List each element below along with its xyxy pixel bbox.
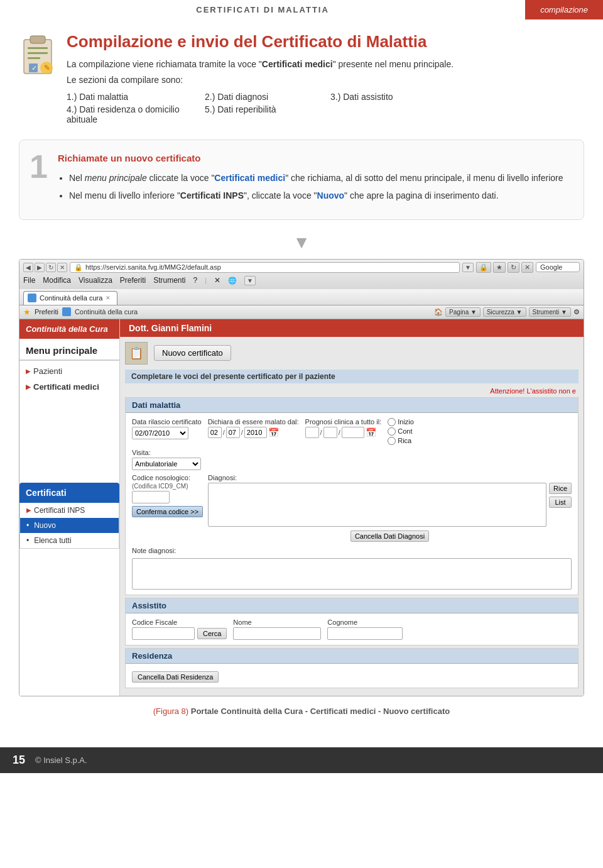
browser-icon-stop[interactable]: ✕ xyxy=(521,262,533,273)
back-button[interactable]: ◀ xyxy=(23,263,33,272)
step-box: 1 Richiamate un nuovo certificato Nel me… xyxy=(19,140,584,220)
refresh-button[interactable]: ↻ xyxy=(46,263,56,272)
pagina-btn[interactable]: Pagina ▼ xyxy=(445,307,481,317)
codice-nosologico-label: Codice nosologico: xyxy=(132,474,203,481)
visita-select[interactable]: Ambulatoriale xyxy=(132,458,201,470)
sicurezza-btn[interactable]: Sicurezza ▼ xyxy=(483,307,526,317)
diagnosi-area: Codice nosologico: (Codifica ICD9_CM) Co… xyxy=(132,474,572,542)
ricezione-btn-2[interactable]: List xyxy=(549,497,572,508)
prognosi-year[interactable] xyxy=(342,427,364,438)
forward-button[interactable]: ▶ xyxy=(35,263,45,272)
cancella-diagnosi-button[interactable]: Cancella Dati Diagnosi xyxy=(350,530,429,542)
arrow-down: ▼ xyxy=(19,233,584,253)
diagnosi-textarea[interactable] xyxy=(208,483,546,527)
bookmark-star[interactable]: ★ xyxy=(23,307,31,317)
dichiara-month[interactable] xyxy=(226,427,240,438)
url-dropdown[interactable]: ▼ xyxy=(462,263,474,272)
ricezione-btn-1[interactable]: Rice xyxy=(549,483,572,494)
assistito-row: Codice Fiscale Cerca Nome xyxy=(132,618,572,640)
codice-nosologico-input[interactable] xyxy=(132,491,170,503)
sidebar-item-certificati-medici[interactable]: ▶ Certificati medici xyxy=(19,379,119,395)
nome-label: Nome xyxy=(233,618,321,626)
strumenti-btn[interactable]: Strumenti ▼ xyxy=(529,307,571,317)
tab-close[interactable]: ✕ xyxy=(106,295,111,301)
field-cognome: Cognome xyxy=(327,618,403,640)
page-number: 15 xyxy=(13,754,25,767)
sidebar-cert-inps[interactable]: ▶ Certificati INPS xyxy=(20,503,119,518)
search-box[interactable]: Google xyxy=(536,262,580,272)
toolbar-dropdown[interactable]: ▼ xyxy=(244,276,256,285)
browser-icons: 🔒 ★ ↻ ✕ xyxy=(476,262,533,273)
note-diagnosi-textarea[interactable] xyxy=(132,558,572,590)
home-icon[interactable]: 🏠 xyxy=(434,308,443,316)
dichiara-year[interactable] xyxy=(244,427,267,438)
cerca-button[interactable]: Cerca xyxy=(197,628,227,639)
data-rilascio-select[interactable]: 02/07/2010 xyxy=(132,427,188,439)
tab-label: Continuità della cura xyxy=(40,294,102,302)
arrow-icon-2: ▶ xyxy=(26,383,31,390)
certificati-medici-label: Certificati medici xyxy=(33,382,99,392)
step-bullet-1: Nel menu principale cliccate la voce "Ce… xyxy=(69,171,563,185)
header-section: compilazione xyxy=(525,0,603,19)
menu-modifica[interactable]: Modifica xyxy=(43,276,71,285)
cert-warning: Attenzione! L'assistito non e xyxy=(125,387,579,395)
prognosi-date-input: / / 📅 xyxy=(305,427,382,438)
tabs-bar: Continuità della cura ✕ xyxy=(19,289,584,305)
figure-caption: (Figura 8) Portale Continuità della Cura… xyxy=(19,706,584,716)
dichiara-day[interactable] xyxy=(208,427,222,438)
visita-label: Visita: xyxy=(132,449,201,456)
menu-help[interactable]: ? xyxy=(193,276,198,285)
sidebar-cert-nuovo[interactable]: • Nuovo xyxy=(20,518,119,533)
fav-tab-label[interactable]: Continuità della cura xyxy=(75,308,138,316)
radio-rica[interactable]: Rica xyxy=(388,437,414,445)
lock-icon: 🔒 xyxy=(74,263,83,272)
conferma-codice-button[interactable]: Conferma codice >> xyxy=(132,506,203,517)
tab-favicon xyxy=(28,294,36,302)
codice-fiscale-label: Codice Fiscale xyxy=(132,618,227,626)
cert-icon: 📋 xyxy=(125,342,148,365)
pazienti-label: Pazienti xyxy=(33,366,62,376)
cognome-input[interactable] xyxy=(327,627,403,640)
radio-inizio[interactable]: Inizio xyxy=(388,418,414,426)
browser-icon-fav[interactable]: ★ xyxy=(493,262,506,273)
calendar-icon-1[interactable]: 📅 xyxy=(268,427,279,437)
sidebar-item-pazienti[interactable]: ▶ Pazienti xyxy=(19,363,119,379)
active-tab[interactable]: Continuità della cura ✕ xyxy=(23,291,117,305)
menu-close[interactable]: ✕ xyxy=(214,276,220,285)
svg-rect-2 xyxy=(28,47,48,49)
field-diagnosi: Diagnosi: Rice List xyxy=(208,474,572,527)
stop-button[interactable]: ✕ xyxy=(57,263,67,272)
header-bar: CERTIFICATI DI MALATTIA compilazione xyxy=(0,0,603,19)
browser-icon-lock[interactable]: 🔒 xyxy=(476,262,491,273)
sections-label: Le sezioni da compilare sono: xyxy=(67,74,456,87)
menu-strumenti[interactable]: Strumenti xyxy=(153,276,185,285)
cancella-residenza-button[interactable]: Cancella Dati Residenza xyxy=(132,671,219,683)
step-heading: Richiamate un nuovo certificato xyxy=(58,153,563,163)
menu-visualizza[interactable]: Visualizza xyxy=(79,276,112,285)
menu-bar: File Modifica Visualizza Preferiti Strum… xyxy=(23,275,580,287)
section-2: 2.) Dati diagnosi xyxy=(205,92,330,102)
sidebar-cert-elenca[interactable]: • Elenca tutti xyxy=(20,533,119,548)
prognosi-day[interactable] xyxy=(305,427,319,438)
codice-fiscale-input[interactable] xyxy=(132,627,195,640)
new-cert-button[interactable]: Nuovo certificato xyxy=(154,345,231,361)
url-bar[interactable]: 🔒 https://servizi.sanita.fvg.it/MMG2/def… xyxy=(70,262,460,273)
menu-file[interactable]: File xyxy=(23,276,35,285)
fav-tab-favicon xyxy=(62,307,71,316)
header-title: CERTIFICATI DI MALATTIA xyxy=(0,0,525,19)
codifica-label: (Codifica ICD9_CM) xyxy=(132,483,203,490)
section-5: 5.) Dati reperibilità xyxy=(205,104,330,124)
prognosi-month[interactable] xyxy=(323,427,337,438)
fig-label: (Figura 8) xyxy=(153,706,188,716)
diagnosi-left: Codice nosologico: (Codifica ICD9_CM) Co… xyxy=(132,474,203,542)
warning-text: Attenzione! L'assistito non e xyxy=(490,387,576,395)
calendar-icon-2[interactable]: 📅 xyxy=(366,427,376,437)
radio-cont[interactable]: Cont xyxy=(388,427,414,436)
toolbar-icon[interactable]: 🌐 xyxy=(228,277,237,285)
settings-icon[interactable]: ⚙ xyxy=(573,308,580,316)
bullet: • xyxy=(26,521,29,530)
browser-icon-refresh[interactable]: ↻ xyxy=(508,262,519,273)
nome-input[interactable] xyxy=(233,627,321,640)
menu-preferiti[interactable]: Preferiti xyxy=(120,276,146,285)
radio-group: Inizio Cont Rica xyxy=(388,418,414,445)
